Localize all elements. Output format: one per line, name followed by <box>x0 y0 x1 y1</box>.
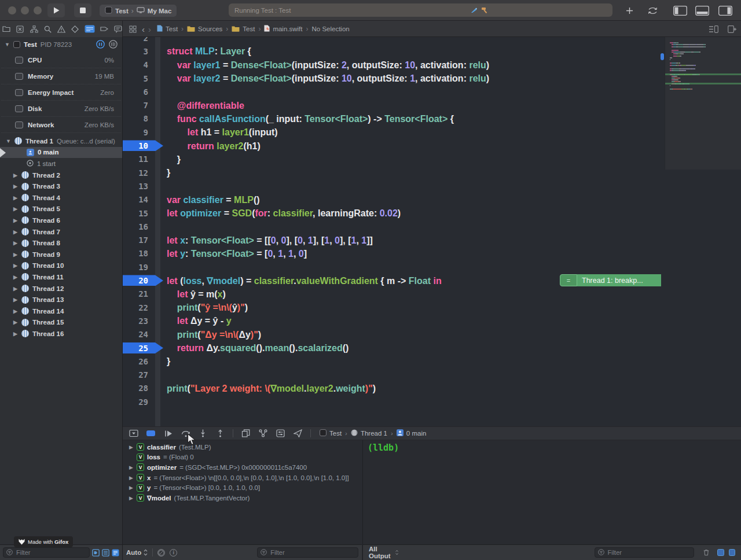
tab-reports-navigator[interactable] <box>113 24 122 35</box>
debug-jump-item[interactable]: Test <box>320 429 342 437</box>
add-editor-icon[interactable] <box>728 25 736 33</box>
gauge-network[interactable]: NetworkZero KB/s <box>1 117 121 133</box>
navigator-filter-field[interactable] <box>3 547 90 558</box>
disclosure-triangle[interactable]: ▶ <box>13 172 18 178</box>
gutter-line-8[interactable]: 8 <box>123 112 155 126</box>
breadcrumb-item[interactable]: Test <box>157 25 178 33</box>
code-line-17[interactable]: 17let x: Tensor<Float> = [[0, 0], [0, 1]… <box>123 234 665 247</box>
disclosure-triangle[interactable]: ▶ <box>13 218 18 223</box>
stop-button[interactable] <box>74 3 91 17</box>
disclosure-triangle[interactable]: ▶ <box>13 229 18 235</box>
code-line-24[interactable]: 24 print("Δy =\n\(Δy)") <box>123 328 665 341</box>
memory-graph-button[interactable] <box>258 429 268 438</box>
minimap[interactable] <box>665 37 741 170</box>
frame-row-0-main[interactable]: 0 main <box>0 147 122 159</box>
code-line-13[interactable]: 13 <box>123 179 665 193</box>
code-line-21[interactable]: 21 let ŷ = m(x) <box>123 288 665 301</box>
gutter-line-29[interactable]: 29 <box>123 395 155 408</box>
thread-row-4[interactable]: ▶Thread 4 <box>0 192 122 204</box>
minimize-window-button[interactable] <box>21 6 29 14</box>
console-pane-toggle[interactable] <box>729 549 735 556</box>
gutter-line-28[interactable]: 28 <box>123 382 155 395</box>
disclosure-triangle[interactable]: ▶ <box>13 274 18 280</box>
library-add-button[interactable] <box>621 5 638 16</box>
tab-source-control-navigator[interactable] <box>16 24 25 35</box>
gutter-line-2[interactable]: 2 <box>123 37 155 45</box>
code-line-22[interactable]: 22 print("ŷ =\n\(ŷ)") <box>123 301 665 314</box>
tab-debug-navigator[interactable] <box>85 24 95 35</box>
thread-row-6[interactable]: ▶Thread 6 <box>0 215 122 226</box>
thread-row-11[interactable]: ▶Thread 11 <box>0 271 122 283</box>
code-line-29[interactable]: 29 <box>123 395 665 408</box>
code-line-16[interactable]: 16 <box>123 220 665 233</box>
thread-row-7[interactable]: ▶Thread 7 <box>0 226 122 238</box>
console-view[interactable]: (lldb) <box>362 440 741 544</box>
variable-row-3[interactable]: ▶Voptimizer= (SGD<Test.MLP>) 0x000000011… <box>123 462 362 473</box>
code-line-3[interactable]: 3struct MLP: Layer { <box>123 45 665 58</box>
tab-find-navigator[interactable] <box>43 24 52 35</box>
breadcrumb-item[interactable]: Test <box>232 25 255 33</box>
thread-row-14[interactable]: ▶Thread 14 <box>0 305 122 317</box>
code-line-11[interactable]: 11 } <box>123 153 665 166</box>
debug-jump-item[interactable]: 0 main <box>397 429 427 437</box>
gutter-line-25[interactable]: 25 <box>123 341 155 355</box>
variables-view[interactable]: ▶Vclassifier(Test.MLP)▶Vloss= (Float) 0▶… <box>123 440 362 544</box>
tab-issues-navigator[interactable] <box>57 24 66 35</box>
gutter-line-21[interactable]: 21 <box>123 288 155 301</box>
code-line-15[interactable]: 15let optimizer = SGD(for: classifier, l… <box>123 207 665 220</box>
disclosure-triangle[interactable]: ▶ <box>13 183 18 189</box>
thread-row-9[interactable]: ▶Thread 9 <box>0 249 122 260</box>
disclosure-triangle[interactable]: ▶ <box>13 263 18 268</box>
run-button[interactable] <box>47 3 65 17</box>
gutter-line-11[interactable]: 11 <box>123 153 155 166</box>
filter-scope-icon[interactable] <box>157 549 165 557</box>
disclosure-triangle[interactable]: ▼ <box>6 138 11 144</box>
gutter-line-22[interactable]: 22 <box>123 301 155 314</box>
variable-row-4[interactable]: ▶Vx= (Tensor<Float>) \n[[0.0, 0.0],\n [0… <box>123 473 362 483</box>
disclosure-triangle[interactable]: ▶ <box>129 475 134 481</box>
editor-swap-button[interactable] <box>644 5 661 16</box>
disclosure-triangle[interactable]: ▶ <box>13 206 18 212</box>
variables-pane-toggle[interactable] <box>717 549 724 556</box>
console-output-selector[interactable]: All Output <box>369 546 399 559</box>
thread-row-13[interactable]: ▶Thread 13 <box>0 294 122 305</box>
gauge-cpu[interactable]: CPU0% <box>1 52 121 68</box>
code-line-28[interactable]: 28print("Layer 2 weight: \(∇model.layer2… <box>123 382 665 395</box>
breadcrumb-item[interactable]: Sources <box>187 25 222 33</box>
navigator-filter-input[interactable] <box>15 548 86 557</box>
code-line-4[interactable]: 4 var layer1 = Dense<Float>(inputSize: 2… <box>123 58 665 72</box>
disclosure-triangle[interactable]: ▶ <box>129 485 134 491</box>
thread-row-1[interactable]: ▼Thread 1 Queue: c...d (serial) <box>0 135 122 147</box>
thread-view-mode-icon[interactable] <box>109 40 118 50</box>
disclosure-triangle[interactable]: ▶ <box>13 319 18 325</box>
breadcrumb-item[interactable]: main.swift <box>264 25 302 33</box>
debug-panel-toggle[interactable] <box>692 5 712 16</box>
thread-row-8[interactable]: ▶Thread 8 <box>0 237 122 249</box>
variables-filter-field[interactable] <box>257 547 358 558</box>
debug-jump-item[interactable]: Thread 1 <box>351 429 387 437</box>
view-hierarchy-button[interactable] <box>241 429 251 438</box>
thread-row-2[interactable]: ▶Thread 2 <box>0 170 122 181</box>
disclosure-triangle[interactable]: ▶ <box>13 308 18 314</box>
thread-row-12[interactable]: ▶Thread 12 <box>0 283 122 294</box>
code-line-10[interactable]: 10 return layer2(h1) <box>123 139 665 152</box>
code-line-25[interactable]: 25 return Δy.squared().mean().scalarized… <box>123 341 665 355</box>
code-line-7[interactable]: 7 @differentiable <box>123 99 665 112</box>
disclosure-triangle[interactable]: ▶ <box>129 444 134 450</box>
close-window-button[interactable] <box>8 6 16 14</box>
gutter-line-5[interactable]: 5 <box>123 72 155 85</box>
tab-tests-navigator[interactable] <box>71 24 79 35</box>
variable-row-2[interactable]: ▶Vloss= (Float) 0 <box>123 452 362 463</box>
disclosure-triangle[interactable]: ▶ <box>13 331 18 337</box>
tab-breakpoints-navigator[interactable] <box>100 24 109 35</box>
gutter-line-18[interactable]: 18 <box>123 247 155 260</box>
scrollbar-thumb[interactable] <box>661 53 664 60</box>
code-line-9[interactable]: 9 let h1 = layer1(input) <box>123 126 665 139</box>
stack-frames-filter-icon[interactable] <box>102 549 109 557</box>
gutter-line-27[interactable]: 27 <box>123 369 155 382</box>
gutter-line-14[interactable]: 14 <box>123 193 155 207</box>
gutter-line-3[interactable]: 3 <box>123 45 155 58</box>
process-row[interactable]: ▼TestPID 78223 <box>0 37 122 52</box>
editor-options-icon[interactable] <box>709 25 718 33</box>
info-icon[interactable]: i <box>170 549 177 557</box>
